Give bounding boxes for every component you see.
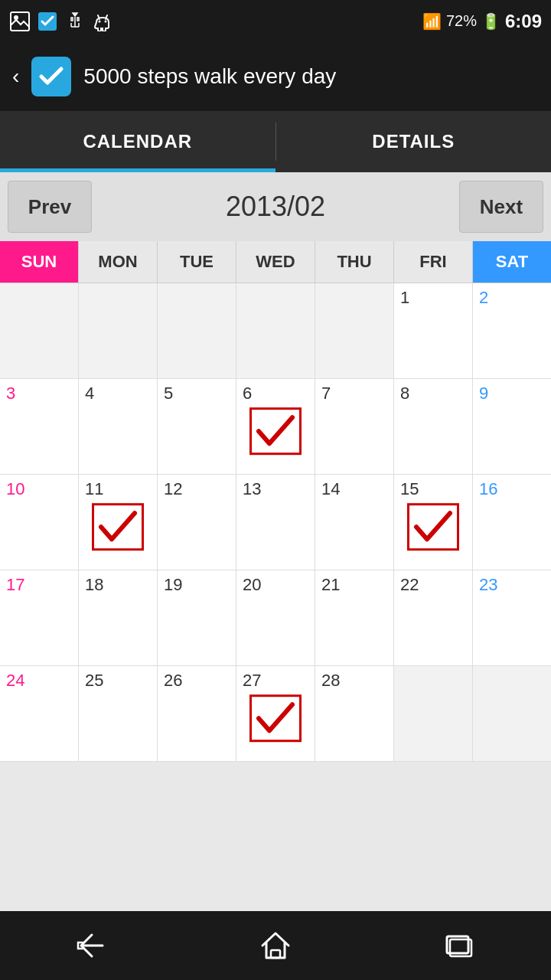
back-button[interactable]: ‹ [12,64,19,89]
prev-button[interactable]: Prev [8,181,92,233]
cell-number: 9 [479,384,488,403]
svg-point-4 [105,20,107,22]
header-thu: THU [315,241,394,283]
next-button[interactable]: Next [459,181,543,233]
cal-cell-0-5[interactable]: 1 [394,283,473,379]
cell-number: 15 [400,479,419,498]
battery-percent: 72% [446,12,477,30]
cell-number: 6 [243,384,252,403]
cell-number: 3 [6,384,15,403]
cell-number: 18 [85,575,103,594]
cell-number: 1 [400,288,409,307]
back-nav-button[interactable] [75,929,109,962]
cal-cell-0-4[interactable] [315,283,394,379]
cell-number: 20 [243,575,261,594]
cell-number: 21 [321,575,340,594]
cal-cell-2-2[interactable]: 12 [158,475,236,570]
cal-cell-1-1[interactable]: 4 [79,379,158,475]
cal-cell-1-6[interactable]: 9 [473,379,551,475]
month-title: 2013/02 [226,191,325,223]
cal-cell-3-1[interactable]: 18 [79,570,158,666]
status-bar: 📶 72% 🔋 6:09 [0,0,551,42]
cal-cell-2-3[interactable]: 13 [236,475,315,570]
tab-calendar[interactable]: CALENDAR [0,111,276,172]
cal-cell-0-0[interactable] [0,283,79,379]
tab-details[interactable]: DETAILS [276,111,552,172]
signal-icon: 📶 [422,12,442,31]
cell-number: 24 [6,671,24,690]
checkmark-box [249,694,302,742]
title-bar: ‹ 5000 steps walk every day [0,42,551,111]
header-fri: FRI [394,241,473,283]
svg-point-3 [99,20,101,22]
cell-number: 22 [400,575,419,594]
cal-cell-2-1[interactable]: 11 [79,475,158,570]
cell-number: 14 [321,479,340,498]
bottom-area [0,762,551,888]
header-tue: TUE [158,241,236,283]
checkmark-box [249,407,302,455]
cell-number: 4 [85,384,94,403]
cell-number: 26 [164,671,182,690]
cell-number: 27 [243,671,261,690]
cal-cell-3-6[interactable]: 23 [473,570,551,666]
cal-cell-1-3[interactable]: 6 [236,379,315,475]
month-nav: Prev 2013/02 Next [0,172,551,241]
day-headers: SUN MON TUE WED THU FRI SAT [0,241,551,283]
cal-cell-3-3[interactable]: 20 [236,570,315,666]
cal-cell-0-6[interactable]: 2 [473,283,551,379]
cell-number: 19 [164,575,182,594]
app-icon [31,57,71,96]
calendar-grid: 123456 7891011 12131415 1617181920212223… [0,283,551,762]
cal-cell-4-1[interactable]: 25 [79,666,158,762]
cell-number: 2 [479,288,488,307]
cal-cell-3-2[interactable]: 19 [158,570,236,666]
cell-number: 23 [479,575,497,594]
cal-cell-2-6[interactable]: 16 [473,475,551,570]
cal-cell-4-2[interactable]: 26 [158,666,236,762]
cal-cell-3-0[interactable]: 17 [0,570,79,666]
calendar-container: Prev 2013/02 Next SUN MON TUE WED THU FR… [0,172,551,762]
cell-number: 11 [85,479,103,498]
cal-cell-1-4[interactable]: 7 [315,379,394,475]
cell-number: 28 [321,671,340,690]
recents-nav-button[interactable] [442,929,476,962]
usb-icon [64,11,86,32]
cal-cell-4-6[interactable] [473,666,551,762]
cell-number: 13 [243,479,261,498]
cal-cell-3-5[interactable]: 22 [394,570,473,666]
cal-cell-4-3[interactable]: 27 [236,666,315,762]
cal-cell-0-3[interactable] [236,283,315,379]
cal-cell-1-2[interactable]: 5 [158,379,236,475]
status-icons-right: 📶 72% 🔋 6:09 [422,11,542,32]
cal-cell-4-4[interactable]: 28 [315,666,394,762]
app-icon-small [37,11,58,32]
cell-number: 7 [321,384,331,403]
cell-number: 10 [6,479,24,498]
cell-number: 17 [6,575,24,594]
cal-cell-2-5[interactable]: 15 [394,475,473,570]
cal-cell-0-2[interactable] [158,283,236,379]
cal-cell-2-4[interactable]: 14 [315,475,394,570]
cell-number: 12 [164,479,182,498]
home-nav-button[interactable] [259,929,292,962]
cal-cell-4-5[interactable] [394,666,473,762]
time-display: 6:09 [505,11,542,32]
nav-bar [0,911,551,980]
cell-number: 5 [164,384,173,403]
header-sun: SUN [0,241,79,283]
cal-cell-0-1[interactable] [79,283,158,379]
cal-cell-2-0[interactable]: 10 [0,475,79,570]
header-sat: SAT [473,241,551,283]
cal-week-3: 17181920212223 [0,570,551,666]
checkmark-box [92,503,144,550]
android-icon [92,11,113,32]
cal-cell-1-5[interactable]: 8 [394,379,473,475]
header-wed: WED [236,241,315,283]
cell-number: 16 [479,479,497,498]
cal-cell-4-0[interactable]: 24 [0,666,79,762]
cell-number: 8 [400,384,409,403]
cal-cell-3-4[interactable]: 21 [315,570,394,666]
cal-cell-1-0[interactable]: 3 [0,379,79,475]
tabs: CALENDAR DETAILS [0,111,551,172]
